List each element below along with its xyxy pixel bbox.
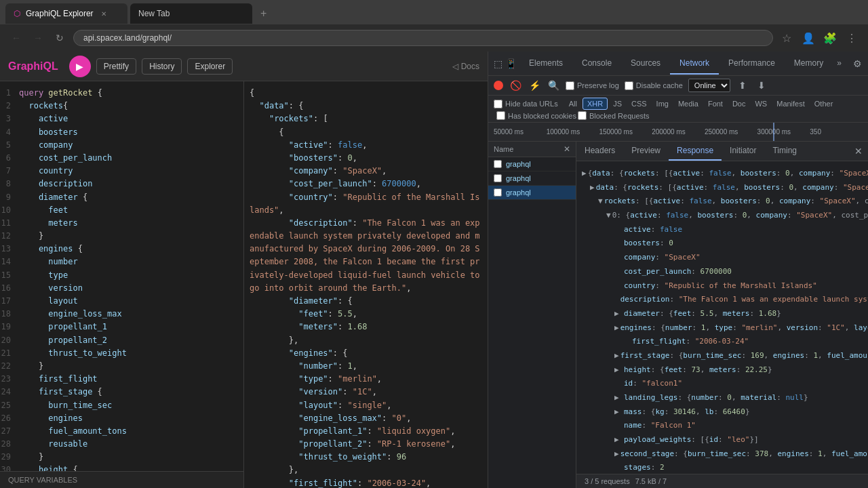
filter-font[interactable]: Font	[704, 98, 727, 109]
prettify-button[interactable]: Prettify	[96, 58, 136, 75]
detail-tab-timing[interactable]: Timing	[764, 142, 805, 161]
expand-icon[interactable]: ▼	[606, 209, 611, 222]
expand-icon-empty	[614, 266, 623, 279]
disable-cache-label[interactable]: Disable cache	[625, 81, 683, 90]
tree-row: ▶ second_stage: {burn_time_sec: 378, eng…	[582, 447, 863, 462]
tab-network[interactable]: Network	[670, 53, 719, 75]
devtools-cursor-icon[interactable]: ⬚	[494, 54, 502, 73]
expand-icon[interactable]: ▶	[614, 364, 623, 377]
throttling-select[interactable]: Online	[688, 79, 730, 92]
tab-console[interactable]: Console	[572, 53, 621, 75]
preserve-log-checkbox[interactable]	[566, 81, 574, 90]
blocked-requests-checkbox[interactable]	[578, 111, 587, 120]
response-content[interactable]: ▶ {data: {rockets: [{active: false, boos…	[576, 161, 868, 474]
expand-icon-empty	[614, 251, 623, 264]
download-icon[interactable]: ⬇	[755, 79, 768, 92]
close-name-panel-button[interactable]: ✕	[564, 144, 570, 154]
blocked-requests-label[interactable]: Blocked Requests	[578, 111, 650, 120]
expand-icon[interactable]: ▶	[614, 448, 619, 461]
has-blocked-cookies-checkbox[interactable]	[496, 111, 505, 120]
tab-elements[interactable]: Elements	[519, 53, 572, 75]
expand-icon-empty	[614, 280, 623, 293]
filter-toggle-button[interactable]: ⚡	[528, 79, 541, 92]
line: 4 boosters	[0, 126, 243, 139]
line: 5 company	[0, 139, 243, 152]
detail-tab-initiator[interactable]: Initiator	[722, 142, 764, 161]
preserve-log-label[interactable]: Preserve log	[566, 81, 619, 90]
request-item[interactable]: graphql	[488, 157, 576, 171]
bookmark-button[interactable]: ☆	[778, 30, 795, 46]
filter-css[interactable]: CSS	[627, 98, 651, 109]
editor-content[interactable]: 1query getRocket { 2 rockets{ 3 active 4…	[0, 81, 243, 471]
request-checkbox[interactable]	[494, 160, 502, 168]
tree-row: ▶ mass: {kg: 30146, lb: 66460}	[582, 405, 863, 420]
filter-img[interactable]: Img	[652, 98, 673, 109]
filter-other[interactable]: Other	[810, 98, 837, 109]
query-variables-section[interactable]: QUERY VARIABLES	[0, 471, 243, 488]
new-tab-button[interactable]: +	[255, 5, 272, 22]
filter-ws[interactable]: WS	[751, 98, 771, 109]
line: 27 fuel_amount_tons	[0, 425, 243, 438]
extensions-button[interactable]: 🧩	[822, 30, 838, 46]
filter-all[interactable]: All	[565, 98, 581, 109]
hide-data-urls-label[interactable]: Hide data URLs	[494, 100, 558, 108]
devtools-device-icon[interactable]: 📱	[505, 54, 517, 73]
request-checkbox[interactable]	[494, 188, 502, 197]
expand-icon-empty	[614, 237, 623, 250]
expand-icon[interactable]: ▶	[614, 350, 619, 363]
upload-icon[interactable]: ⬆	[736, 79, 749, 92]
detail-close-button[interactable]: ✕	[849, 142, 868, 161]
request-checkbox[interactable]	[494, 174, 502, 182]
expand-icon[interactable]: ▼	[598, 195, 603, 208]
tab-bar: ⬡ GraphiQL Explorer ✕ New Tab +	[0, 0, 868, 24]
profile-button[interactable]: 👤	[800, 30, 816, 46]
expand-icon[interactable]: ▶	[614, 322, 619, 335]
request-item[interactable]: graphql	[488, 171, 576, 186]
hide-data-urls-checkbox[interactable]	[494, 100, 502, 108]
detail-tab-response[interactable]: Response	[669, 142, 722, 161]
filter-media[interactable]: Media	[674, 98, 703, 109]
filter-manifest[interactable]: Manifest	[772, 98, 809, 109]
tab-sources[interactable]: Sources	[621, 53, 670, 75]
tab-close-button[interactable]: ✕	[99, 9, 108, 18]
request-item-selected[interactable]: graphql	[488, 186, 576, 200]
docs-button[interactable]: ◁ Docs	[452, 62, 479, 71]
expand-icon[interactable]: ▶	[614, 392, 623, 405]
url-bar[interactable]	[73, 30, 773, 46]
has-blocked-cookies-label[interactable]: Has blocked cookies	[496, 111, 576, 120]
line: 2 rockets{	[0, 100, 243, 113]
forward-button[interactable]: →	[30, 30, 46, 46]
filter-doc[interactable]: Doc	[728, 98, 750, 109]
detail-tab-preview[interactable]: Preview	[623, 142, 669, 161]
expand-icon-empty	[623, 336, 631, 348]
filter-xhr[interactable]: XHR	[583, 98, 608, 110]
expand-icon[interactable]: ▶	[582, 167, 587, 180]
tab-graphiql[interactable]: ⬡ GraphiQL Explorer ✕	[5, 3, 127, 24]
settings-icon[interactable]: ⚙	[848, 54, 867, 73]
menu-button[interactable]: ⋮	[844, 30, 860, 46]
run-button[interactable]: ▶	[69, 56, 91, 77]
expand-icon-empty	[614, 462, 623, 474]
clear-button[interactable]: 🚫	[509, 79, 522, 92]
expand-icon[interactable]: ▶	[614, 434, 623, 447]
query-editor[interactable]: 1query getRocket { 2 rockets{ 3 active 4…	[0, 81, 244, 488]
expand-icon[interactable]: ▶	[590, 182, 595, 195]
search-network-button[interactable]: 🔍	[547, 79, 560, 92]
tree-row: ▶ diameter: {feet: 5.5, meters: 1.68}	[582, 307, 863, 321]
expand-icon[interactable]: ▶	[614, 308, 623, 321]
expand-icon[interactable]: ▶	[614, 406, 623, 419]
request-list-header: Name ✕	[488, 142, 576, 157]
more-tabs-button[interactable]: »	[833, 53, 846, 75]
record-button[interactable]	[494, 81, 503, 90]
tab-new[interactable]: New Tab	[130, 3, 252, 24]
filter-js[interactable]: JS	[609, 98, 626, 109]
history-button[interactable]: History	[142, 58, 182, 75]
back-button[interactable]: ←	[8, 30, 24, 46]
detail-tab-headers[interactable]: Headers	[576, 142, 623, 161]
tab-memory[interactable]: Memory	[785, 53, 833, 75]
explorer-button[interactable]: Explorer	[187, 58, 233, 75]
disable-cache-checkbox[interactable]	[625, 81, 633, 90]
tab-performance[interactable]: Performance	[719, 53, 785, 75]
refresh-button[interactable]: ↻	[52, 30, 68, 46]
expand-icon-empty	[614, 420, 623, 432]
